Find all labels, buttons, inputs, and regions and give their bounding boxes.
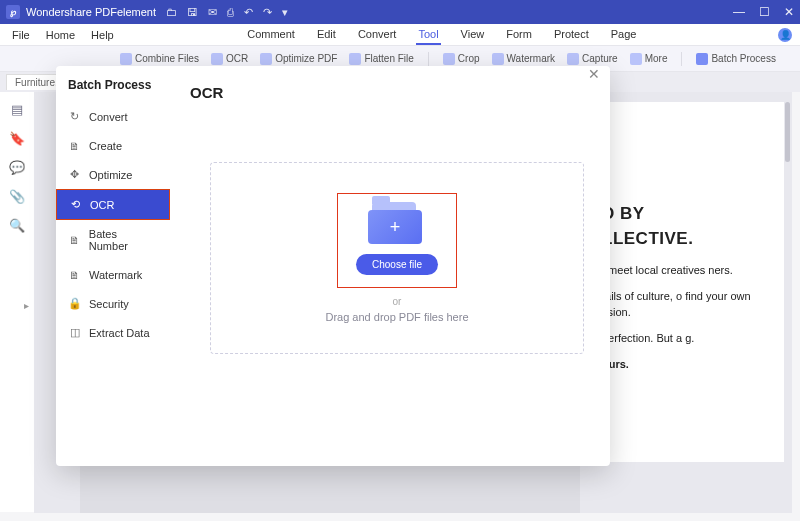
combine-icon: [120, 53, 132, 65]
redo-icon[interactable]: ↷: [263, 6, 272, 19]
menu-edit[interactable]: Edit: [315, 25, 338, 45]
tool-flatten-file[interactable]: Flatten File: [349, 53, 413, 65]
ocr-icon: ⟲: [69, 198, 82, 211]
lock-icon: 🔒: [68, 297, 81, 310]
app-logo-icon: ℘: [6, 5, 20, 19]
tool-capture[interactable]: Capture: [567, 53, 618, 65]
or-label: or: [393, 296, 402, 307]
batch-icon: [696, 53, 708, 65]
optimize-icon: [260, 53, 272, 65]
user-avatar-icon[interactable]: 👤: [778, 28, 792, 42]
sidebar-item-ocr[interactable]: ⟲OCR: [56, 189, 170, 220]
sidebar-item-watermark[interactable]: 🗎Watermark: [56, 260, 170, 289]
batch-main-panel: ✕ OCR + Choose file or Drag and drop PDF…: [170, 66, 610, 466]
attachment-icon[interactable]: 📎: [9, 189, 25, 204]
expand-chevron-icon[interactable]: ▸: [24, 300, 29, 311]
separator: [681, 52, 682, 66]
save-icon[interactable]: 🖫: [187, 6, 198, 18]
sidebar-item-extract-data[interactable]: ◫Extract Data: [56, 318, 170, 347]
file-dropzone[interactable]: + Choose file or Drag and drop PDF files…: [210, 162, 584, 354]
folder-plus-icon: +: [368, 200, 426, 244]
tool-combine-files[interactable]: Combine Files: [120, 53, 199, 65]
menu-convert[interactable]: Convert: [356, 25, 399, 45]
scrollbar[interactable]: [785, 102, 790, 162]
open-icon[interactable]: 🗀: [166, 6, 177, 18]
convert-icon: ↻: [68, 110, 81, 123]
menu-form[interactable]: Form: [504, 25, 534, 45]
panel-title: OCR: [190, 84, 590, 101]
pdf-text-content: D BYLLECTIVE. , meet local creatives ner…: [590, 102, 784, 462]
window-controls: — ☐ ✕: [733, 5, 794, 19]
menu-file[interactable]: File: [12, 29, 30, 41]
bookmark-icon[interactable]: 🔖: [9, 131, 25, 146]
doc-paragraph: tails of culture, o find your own ssion.: [602, 289, 772, 321]
sidebar-item-create[interactable]: 🗎Create: [56, 131, 170, 160]
maximize-button[interactable]: ☐: [759, 5, 770, 19]
flatten-icon: [349, 53, 361, 65]
doc-paragraph: perfection. But a g.: [602, 331, 772, 347]
batch-title: Batch Process: [56, 78, 170, 102]
doc-paragraph: ours.: [602, 357, 772, 373]
tool-optimize-pdf[interactable]: Optimize PDF: [260, 53, 337, 65]
batch-process-dialog: Batch Process ↻Convert 🗎Create ✥Optimize…: [56, 66, 610, 466]
dropzone-highlight: + Choose file: [337, 193, 457, 288]
menu-protect[interactable]: Protect: [552, 25, 591, 45]
title-bar: ℘ Wondershare PDFelement 🗀 🖫 ✉ ⎙ ↶ ↷ ▾ —…: [0, 0, 800, 24]
sidebar-item-optimize[interactable]: ✥Optimize: [56, 160, 170, 189]
menu-comment[interactable]: Comment: [245, 25, 297, 45]
tool-ocr[interactable]: OCR: [211, 53, 248, 65]
bates-icon: 🗎: [68, 234, 81, 247]
more-icon: [630, 53, 642, 65]
doc-paragraph: , meet local creatives ners.: [602, 263, 772, 279]
drag-drop-label: Drag and drop PDF files here: [325, 311, 468, 323]
watermark-icon: [492, 53, 504, 65]
menu-bar: File Home Help Comment Edit Convert Tool…: [0, 24, 800, 46]
doc-heading: D BYLLECTIVE.: [602, 202, 772, 251]
close-dialog-button[interactable]: ✕: [588, 66, 600, 82]
print-icon[interactable]: ⎙: [227, 6, 234, 18]
watermark-icon: 🗎: [68, 268, 81, 281]
extract-icon: ◫: [68, 326, 81, 339]
sidebar-item-security[interactable]: 🔒Security: [56, 289, 170, 318]
menu-view[interactable]: View: [459, 25, 487, 45]
menu-tool[interactable]: Tool: [416, 25, 440, 45]
minimize-button[interactable]: —: [733, 5, 745, 19]
search-icon[interactable]: 🔍: [9, 218, 25, 233]
quick-access-toolbar: 🗀 🖫 ✉ ⎙ ↶ ↷ ▾: [166, 6, 288, 19]
menu-home[interactable]: Home: [46, 29, 75, 41]
mail-icon[interactable]: ✉: [208, 6, 217, 19]
optimize-icon: ✥: [68, 168, 81, 181]
separator: [428, 52, 429, 66]
dropdown-icon[interactable]: ▾: [282, 6, 288, 19]
close-window-button[interactable]: ✕: [784, 5, 794, 19]
tool-batch-process[interactable]: Batch Process: [696, 53, 775, 65]
ocr-icon: [211, 53, 223, 65]
app-title: Wondershare PDFelement: [26, 6, 156, 18]
choose-file-button[interactable]: Choose file: [356, 254, 438, 275]
menu-page[interactable]: Page: [609, 25, 639, 45]
thumbnails-icon[interactable]: ▤: [11, 102, 23, 117]
comment-panel-icon[interactable]: 💬: [9, 160, 25, 175]
crop-icon: [443, 53, 455, 65]
undo-icon[interactable]: ↶: [244, 6, 253, 19]
sidebar-item-bates-number[interactable]: 🗎Bates Number: [56, 220, 170, 260]
create-icon: 🗎: [68, 139, 81, 152]
sidebar-item-convert[interactable]: ↻Convert: [56, 102, 170, 131]
menu-help[interactable]: Help: [91, 29, 114, 41]
capture-icon: [567, 53, 579, 65]
tool-crop[interactable]: Crop: [443, 53, 480, 65]
batch-sidebar: Batch Process ↻Convert 🗎Create ✥Optimize…: [56, 66, 170, 466]
tool-more[interactable]: More: [630, 53, 668, 65]
tool-watermark[interactable]: Watermark: [492, 53, 556, 65]
